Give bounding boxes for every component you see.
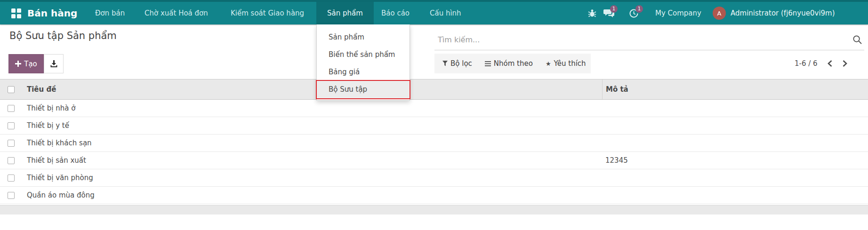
download-icon [50,60,58,68]
chevron-right-icon [842,60,848,67]
activities-clock-icon[interactable]: 1 [629,2,650,24]
filters-button[interactable]: Bộ lọc [442,59,472,68]
row-description [602,117,868,134]
favorites-button[interactable]: ★ Yêu thích [546,59,586,68]
table-row[interactable]: Thiết bị y tế [0,117,868,135]
nav-item-cho-xuat-hoa-don[interactable]: Chờ xuất Hoá đơn [137,2,216,24]
menu-item-bo-suu-tap[interactable]: Bộ Sưu tập [317,81,410,98]
filter-funnel-icon [442,61,448,66]
company-switcher[interactable]: My Company [655,2,701,24]
row-title: Thiết bị văn phòng [27,174,602,182]
row-title: Thiết bị khách sạn [27,139,602,147]
row-checkbox[interactable] [8,174,15,182]
row-description [602,169,868,186]
filter-bar: Bộ lọc Nhóm theo ★ Yêu thích [434,54,591,73]
plus-icon [15,61,21,67]
chevron-left-icon [827,60,833,67]
pager: 1-6 / 6 [795,54,848,73]
san-pham-dropdown-menu: Sản phẩm Biến thể sản phẩm Bảng giá Bộ S… [316,24,410,101]
column-header-description[interactable]: Mô tả [602,79,868,99]
table-row[interactable]: Thiết bị văn phòng [0,169,868,187]
screen: Bán hàng Đơn bán Chờ xuất Hoá đơn Kiểm s… [0,0,868,230]
export-download-button[interactable] [44,54,64,73]
app-name[interactable]: Bán hàng [27,8,77,19]
activities-badge: 1 [635,5,643,13]
avatar: A [713,7,726,20]
pager-previous-button[interactable] [827,60,833,67]
nav-item-don-ban[interactable]: Đơn bán [87,2,133,24]
apps-grid-icon[interactable] [11,8,21,18]
menu-item-san-pham[interactable]: Sản phẩm [317,29,410,46]
search-icon[interactable] [852,35,862,45]
messages-icon[interactable]: 1 [603,2,624,24]
pager-next-button[interactable] [842,60,848,67]
row-description [602,135,868,151]
nav-item-kiem-soat-giao-hang[interactable]: Kiểm soát Giao hàng [223,2,312,24]
row-description [602,187,868,204]
row-checkbox[interactable] [8,105,15,112]
page-title: Bộ Sưu tập Sản phẩm [9,30,117,41]
row-checkbox[interactable] [8,192,15,199]
column-header-title[interactable]: Tiêu đề [27,85,602,94]
create-button[interactable]: Tạo [8,54,44,73]
nav-item-cau-hinh[interactable]: Cấu hình [422,2,469,24]
menu-item-bang-gia[interactable]: Bảng giá [317,63,410,81]
search-input[interactable] [434,29,844,50]
top-navbar: Bán hàng Đơn bán Chờ xuất Hoá đơn Kiểm s… [0,0,868,24]
menu-item-bien-the-san-pham[interactable]: Biến thể sản phẩm [317,46,410,63]
user-name: Administrator (fj6nyue0vi9m) [731,9,835,17]
select-all-checkbox[interactable] [8,86,15,93]
row-description [602,100,868,117]
debug-bug-icon[interactable] [587,2,597,24]
row-description: 12345 [602,152,868,169]
nav-item-bao-cao[interactable]: Báo cáo [373,2,418,24]
row-title: Thiết bị nhà ở [27,104,602,112]
row-title: Thiết bị y tế [27,121,602,130]
search-bar [434,29,864,50]
row-checkbox[interactable] [8,122,15,129]
table-row[interactable]: Thiết bị sản xuất 12345 [0,152,868,169]
row-checkbox[interactable] [8,157,15,164]
table-row[interactable]: Quần áo mùa đông [0,187,868,204]
table-row[interactable]: Thiết bị khách sạn [0,135,868,152]
navbar-brand-area: Bán hàng [11,2,77,24]
row-title: Quần áo mùa đông [27,191,602,199]
nav-item-san-pham[interactable]: Sản phẩm [316,2,374,24]
row-checkbox[interactable] [8,140,15,147]
messages-badge: 1 [610,5,618,13]
collections-table: Tiêu đề Mô tả Thiết bị nhà ở Thiết bị y … [0,79,868,204]
table-header-row: Tiêu đề Mô tả [0,79,868,100]
star-icon: ★ [546,60,551,67]
row-title: Thiết bị sản xuất [27,156,602,165]
pager-range: 1-6 / 6 [795,59,818,68]
user-menu[interactable]: A Administrator (fj6nyue0vi9m) [713,2,835,24]
table-footer-band [0,205,868,214]
table-row[interactable]: Thiết bị nhà ở [0,100,868,117]
group-by-button[interactable]: Nhóm theo [485,59,533,68]
group-by-bars-icon [485,61,491,66]
